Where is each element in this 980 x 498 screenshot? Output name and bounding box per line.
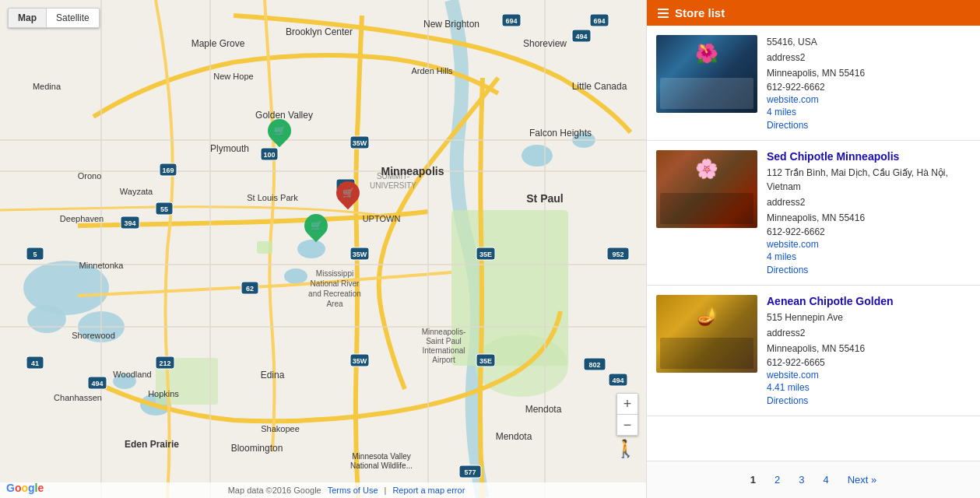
map-marker-1[interactable]: 🛒 [268, 119, 293, 144]
svg-text:694: 694 [505, 17, 517, 25]
map-canvas[interactable]: 694 694 494 494 494 35W 35W 35W 35E 35E [0, 0, 646, 498]
svg-text:Falcon Heights: Falcon Heights [529, 128, 592, 139]
store-directions-3[interactable]: Directions [767, 395, 808, 406]
svg-point-5 [284, 268, 307, 284]
store-item: 🌺 55416, USA address2 Minneapolis, MN 55… [647, 26, 980, 141]
map-section: Map Satellite [0, 0, 646, 498]
store-list-header: Store list [647, 0, 980, 26]
svg-text:and Recreation: and Recreation [308, 289, 361, 298]
store-city-state-3: Minneapolis, MN 55416 [767, 342, 971, 356]
svg-text:Shoreview: Shoreview [523, 38, 567, 49]
store-image-1: 🌺 [656, 35, 757, 113]
svg-text:62: 62 [246, 285, 254, 293]
map-view-toggle[interactable]: Map Satellite [8, 8, 100, 28]
svg-text:802: 802 [588, 361, 600, 369]
svg-text:National River: National River [311, 279, 360, 288]
svg-text:55: 55 [160, 205, 168, 213]
svg-text:577: 577 [464, 468, 476, 476]
svg-text:St Louis Park: St Louis Park [247, 193, 298, 202]
svg-text:Bloomington: Bloomington [231, 443, 283, 454]
store-directions-2[interactable]: Directions [767, 265, 808, 275]
svg-point-4 [297, 240, 325, 258]
street-view-icon[interactable]: 🚶 [615, 439, 636, 459]
svg-text:International: International [422, 346, 465, 355]
svg-text:Edina: Edina [261, 370, 285, 381]
map-terms[interactable]: Terms of Use [328, 486, 378, 495]
map-report-link[interactable]: Report a map error [392, 486, 465, 495]
svg-text:Airport: Airport [432, 356, 455, 364]
svg-text:St Paul: St Paul [526, 192, 563, 205]
google-logo: Google [6, 482, 44, 494]
list-icon [658, 9, 669, 18]
svg-text:494: 494 [575, 33, 587, 40]
svg-text:Woodland: Woodland [113, 370, 151, 379]
map-footer: Google Map data ©2016 Google Terms of Us… [0, 482, 646, 498]
page-1-button[interactable]: 1 [744, 471, 762, 489]
store-phone-3: 612-922-6665 [767, 357, 971, 368]
svg-text:Saint Paul: Saint Paul [426, 337, 462, 345]
store-distance-2: 4 miles [767, 251, 971, 262]
svg-text:Wayzata: Wayzata [120, 187, 153, 196]
svg-text:Shakopee: Shakopee [261, 424, 300, 433]
svg-text:Mendota: Mendota [496, 431, 532, 442]
store-address-line2-3: address2 [767, 326, 971, 340]
svg-text:Medina: Medina [33, 82, 61, 91]
svg-text:Brooklyn Center: Brooklyn Center [286, 26, 353, 37]
satellite-tab[interactable]: Satellite [47, 9, 99, 27]
svg-point-6 [522, 145, 553, 167]
map-report: | [385, 486, 387, 495]
map-background: 694 694 494 494 494 35W 35W 35W 35E 35E [0, 0, 646, 498]
svg-text:5: 5 [33, 251, 37, 258]
svg-text:694: 694 [593, 17, 605, 25]
svg-text:Little Canada: Little Canada [572, 81, 627, 92]
svg-text:Minneapolis-: Minneapolis- [422, 328, 466, 336]
store-distance-1: 4 miles [767, 107, 971, 117]
zoom-controls: + − [616, 393, 638, 436]
store-name-2[interactable]: Sed Chipotle Minneapolis [767, 150, 971, 163]
store-directions-1[interactable]: Directions [767, 120, 808, 131]
store-city-state-2: Minneapolis, MN 55416 [767, 211, 971, 225]
svg-rect-106 [257, 241, 272, 254]
store-address-line1-2: 112 Trần Bình, Mai Dịch, Cầu Giấy, Hà Nộ… [767, 166, 971, 194]
svg-text:35W: 35W [353, 357, 367, 365]
store-phone-2: 612-922-6662 [767, 226, 971, 237]
pagination-next-button[interactable]: Next » [841, 471, 883, 489]
svg-text:Plymouth: Plymouth [210, 143, 249, 154]
svg-text:Deephaven: Deephaven [60, 214, 104, 223]
store-name-3[interactable]: Aenean Chipotle Golden [767, 295, 971, 307]
svg-text:35E: 35E [479, 251, 492, 258]
svg-text:169: 169 [162, 167, 174, 174]
svg-point-3 [27, 305, 66, 333]
store-address-line1-1: 55416, USA [767, 35, 971, 49]
map-tab[interactable]: Map [9, 9, 46, 27]
svg-text:Minneapolis: Minneapolis [381, 165, 444, 177]
pagination: 1 2 3 4 Next » [647, 461, 980, 498]
svg-text:National Wildlife...: National Wildlife... [350, 461, 413, 470]
store-address-line1-3: 515 Hennepin Ave [767, 310, 971, 324]
svg-text:UNIVERSITY: UNIVERSITY [370, 181, 416, 190]
zoom-in-button[interactable]: + [617, 394, 638, 414]
store-city-state-1: Minneapolis, MN 55416 [767, 66, 971, 80]
store-items-container: 🌺 55416, USA address2 Minneapolis, MN 55… [647, 26, 980, 461]
store-website-1[interactable]: website.com [767, 94, 971, 105]
page-3-button[interactable]: 3 [792, 471, 810, 489]
svg-text:212: 212 [159, 359, 170, 367]
store-info-2: Sed Chipotle Minneapolis 112 Trần Bình, … [767, 150, 971, 275]
svg-text:Hopkins: Hopkins [148, 389, 179, 398]
svg-text:Eden Prairie: Eden Prairie [125, 439, 179, 450]
store-address-line2-1: address2 [767, 51, 971, 65]
map-marker-3[interactable]: 🛒 [304, 214, 329, 239]
zoom-out-button[interactable]: − [617, 415, 638, 435]
svg-text:35W: 35W [353, 251, 367, 258]
store-website-2[interactable]: website.com [767, 239, 971, 250]
page-4-button[interactable]: 4 [817, 471, 834, 489]
svg-text:494: 494 [91, 380, 103, 388]
store-website-3[interactable]: website.com [767, 370, 971, 381]
page-2-button[interactable]: 2 [768, 471, 786, 489]
svg-text:Maple Grove: Maple Grove [191, 38, 245, 49]
map-marker-2[interactable]: 🛒 [336, 181, 361, 206]
svg-text:35W: 35W [353, 139, 367, 147]
map-data-label: Map data ©2016 Google [228, 486, 321, 495]
svg-text:New Brighton: New Brighton [423, 19, 479, 30]
svg-text:Orono: Orono [78, 171, 102, 181]
